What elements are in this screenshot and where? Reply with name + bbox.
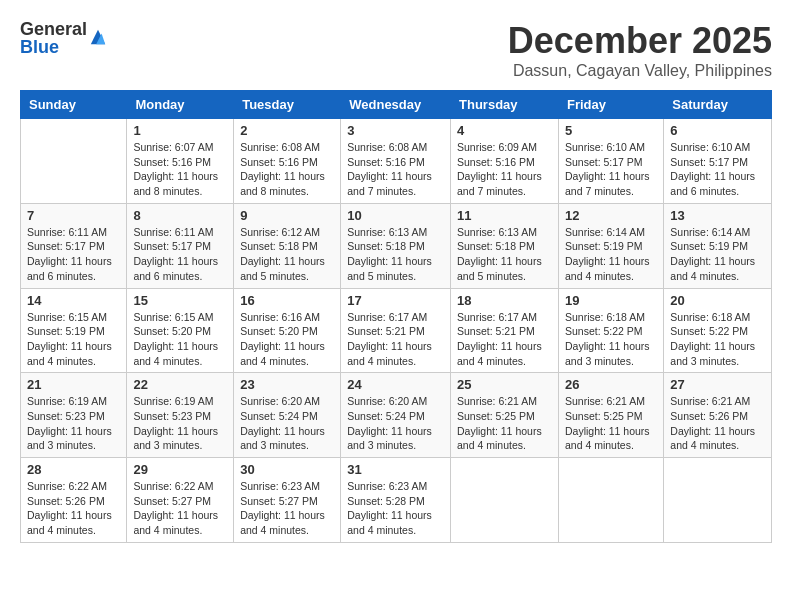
day-info: Sunrise: 6:17 AMSunset: 5:21 PMDaylight:… [457, 310, 552, 369]
day-number: 14 [27, 293, 120, 308]
calendar-cell: 16Sunrise: 6:16 AMSunset: 5:20 PMDayligh… [234, 288, 341, 373]
calendar: SundayMondayTuesdayWednesdayThursdayFrid… [20, 90, 772, 543]
day-info: Sunrise: 6:14 AMSunset: 5:19 PMDaylight:… [670, 225, 765, 284]
day-info: Sunrise: 6:21 AMSunset: 5:25 PMDaylight:… [565, 394, 657, 453]
day-info: Sunrise: 6:23 AMSunset: 5:27 PMDaylight:… [240, 479, 334, 538]
day-number: 29 [133, 462, 227, 477]
logo-blue: Blue [20, 38, 87, 56]
day-info: Sunrise: 6:21 AMSunset: 5:26 PMDaylight:… [670, 394, 765, 453]
day-number: 16 [240, 293, 334, 308]
day-number: 9 [240, 208, 334, 223]
calendar-header-tuesday: Tuesday [234, 91, 341, 119]
calendar-cell: 14Sunrise: 6:15 AMSunset: 5:19 PMDayligh… [21, 288, 127, 373]
day-info: Sunrise: 6:08 AMSunset: 5:16 PMDaylight:… [347, 140, 444, 199]
calendar-cell: 10Sunrise: 6:13 AMSunset: 5:18 PMDayligh… [341, 203, 451, 288]
calendar-week-row: 14Sunrise: 6:15 AMSunset: 5:19 PMDayligh… [21, 288, 772, 373]
day-info: Sunrise: 6:12 AMSunset: 5:18 PMDaylight:… [240, 225, 334, 284]
logo: General Blue [20, 20, 107, 56]
calendar-cell: 11Sunrise: 6:13 AMSunset: 5:18 PMDayligh… [451, 203, 559, 288]
day-info: Sunrise: 6:11 AMSunset: 5:17 PMDaylight:… [27, 225, 120, 284]
day-number: 7 [27, 208, 120, 223]
day-number: 13 [670, 208, 765, 223]
calendar-cell: 26Sunrise: 6:21 AMSunset: 5:25 PMDayligh… [558, 373, 663, 458]
calendar-cell: 7Sunrise: 6:11 AMSunset: 5:17 PMDaylight… [21, 203, 127, 288]
day-number: 31 [347, 462, 444, 477]
logo-icon [89, 28, 107, 46]
calendar-header-sunday: Sunday [21, 91, 127, 119]
calendar-header-wednesday: Wednesday [341, 91, 451, 119]
day-info: Sunrise: 6:17 AMSunset: 5:21 PMDaylight:… [347, 310, 444, 369]
day-number: 12 [565, 208, 657, 223]
calendar-cell: 24Sunrise: 6:20 AMSunset: 5:24 PMDayligh… [341, 373, 451, 458]
calendar-cell: 27Sunrise: 6:21 AMSunset: 5:26 PMDayligh… [664, 373, 772, 458]
day-number: 17 [347, 293, 444, 308]
day-number: 27 [670, 377, 765, 392]
day-info: Sunrise: 6:23 AMSunset: 5:28 PMDaylight:… [347, 479, 444, 538]
day-number: 19 [565, 293, 657, 308]
calendar-cell [664, 458, 772, 543]
day-info: Sunrise: 6:14 AMSunset: 5:19 PMDaylight:… [565, 225, 657, 284]
location: Dassun, Cagayan Valley, Philippines [508, 62, 772, 80]
day-info: Sunrise: 6:22 AMSunset: 5:27 PMDaylight:… [133, 479, 227, 538]
calendar-cell: 15Sunrise: 6:15 AMSunset: 5:20 PMDayligh… [127, 288, 234, 373]
day-info: Sunrise: 6:15 AMSunset: 5:20 PMDaylight:… [133, 310, 227, 369]
calendar-cell: 13Sunrise: 6:14 AMSunset: 5:19 PMDayligh… [664, 203, 772, 288]
day-number: 25 [457, 377, 552, 392]
day-info: Sunrise: 6:22 AMSunset: 5:26 PMDaylight:… [27, 479, 120, 538]
calendar-header-thursday: Thursday [451, 91, 559, 119]
calendar-cell [21, 119, 127, 204]
day-number: 8 [133, 208, 227, 223]
day-number: 6 [670, 123, 765, 138]
day-info: Sunrise: 6:11 AMSunset: 5:17 PMDaylight:… [133, 225, 227, 284]
calendar-week-row: 7Sunrise: 6:11 AMSunset: 5:17 PMDaylight… [21, 203, 772, 288]
day-number: 22 [133, 377, 227, 392]
day-number: 10 [347, 208, 444, 223]
day-info: Sunrise: 6:13 AMSunset: 5:18 PMDaylight:… [457, 225, 552, 284]
calendar-header-saturday: Saturday [664, 91, 772, 119]
day-info: Sunrise: 6:10 AMSunset: 5:17 PMDaylight:… [670, 140, 765, 199]
calendar-cell: 25Sunrise: 6:21 AMSunset: 5:25 PMDayligh… [451, 373, 559, 458]
calendar-cell: 1Sunrise: 6:07 AMSunset: 5:16 PMDaylight… [127, 119, 234, 204]
day-info: Sunrise: 6:16 AMSunset: 5:20 PMDaylight:… [240, 310, 334, 369]
calendar-cell: 2Sunrise: 6:08 AMSunset: 5:16 PMDaylight… [234, 119, 341, 204]
calendar-week-row: 21Sunrise: 6:19 AMSunset: 5:23 PMDayligh… [21, 373, 772, 458]
month-title: December 2025 [508, 20, 772, 62]
calendar-cell: 3Sunrise: 6:08 AMSunset: 5:16 PMDaylight… [341, 119, 451, 204]
day-number: 4 [457, 123, 552, 138]
day-info: Sunrise: 6:18 AMSunset: 5:22 PMDaylight:… [565, 310, 657, 369]
day-info: Sunrise: 6:07 AMSunset: 5:16 PMDaylight:… [133, 140, 227, 199]
day-info: Sunrise: 6:18 AMSunset: 5:22 PMDaylight:… [670, 310, 765, 369]
day-info: Sunrise: 6:19 AMSunset: 5:23 PMDaylight:… [27, 394, 120, 453]
day-info: Sunrise: 6:13 AMSunset: 5:18 PMDaylight:… [347, 225, 444, 284]
day-number: 3 [347, 123, 444, 138]
day-info: Sunrise: 6:20 AMSunset: 5:24 PMDaylight:… [240, 394, 334, 453]
calendar-cell: 6Sunrise: 6:10 AMSunset: 5:17 PMDaylight… [664, 119, 772, 204]
day-info: Sunrise: 6:19 AMSunset: 5:23 PMDaylight:… [133, 394, 227, 453]
calendar-cell: 31Sunrise: 6:23 AMSunset: 5:28 PMDayligh… [341, 458, 451, 543]
calendar-week-row: 1Sunrise: 6:07 AMSunset: 5:16 PMDaylight… [21, 119, 772, 204]
calendar-cell: 30Sunrise: 6:23 AMSunset: 5:27 PMDayligh… [234, 458, 341, 543]
calendar-week-row: 28Sunrise: 6:22 AMSunset: 5:26 PMDayligh… [21, 458, 772, 543]
day-number: 23 [240, 377, 334, 392]
calendar-cell: 21Sunrise: 6:19 AMSunset: 5:23 PMDayligh… [21, 373, 127, 458]
day-number: 30 [240, 462, 334, 477]
calendar-cell: 23Sunrise: 6:20 AMSunset: 5:24 PMDayligh… [234, 373, 341, 458]
calendar-header-row: SundayMondayTuesdayWednesdayThursdayFrid… [21, 91, 772, 119]
day-info: Sunrise: 6:15 AMSunset: 5:19 PMDaylight:… [27, 310, 120, 369]
calendar-cell: 29Sunrise: 6:22 AMSunset: 5:27 PMDayligh… [127, 458, 234, 543]
day-info: Sunrise: 6:10 AMSunset: 5:17 PMDaylight:… [565, 140, 657, 199]
calendar-cell: 19Sunrise: 6:18 AMSunset: 5:22 PMDayligh… [558, 288, 663, 373]
day-number: 5 [565, 123, 657, 138]
day-number: 15 [133, 293, 227, 308]
logo-general: General [20, 20, 87, 38]
day-number: 11 [457, 208, 552, 223]
day-info: Sunrise: 6:20 AMSunset: 5:24 PMDaylight:… [347, 394, 444, 453]
calendar-cell: 9Sunrise: 6:12 AMSunset: 5:18 PMDaylight… [234, 203, 341, 288]
calendar-header-monday: Monday [127, 91, 234, 119]
day-number: 24 [347, 377, 444, 392]
calendar-cell [451, 458, 559, 543]
day-number: 2 [240, 123, 334, 138]
day-number: 20 [670, 293, 765, 308]
day-info: Sunrise: 6:21 AMSunset: 5:25 PMDaylight:… [457, 394, 552, 453]
calendar-cell: 12Sunrise: 6:14 AMSunset: 5:19 PMDayligh… [558, 203, 663, 288]
